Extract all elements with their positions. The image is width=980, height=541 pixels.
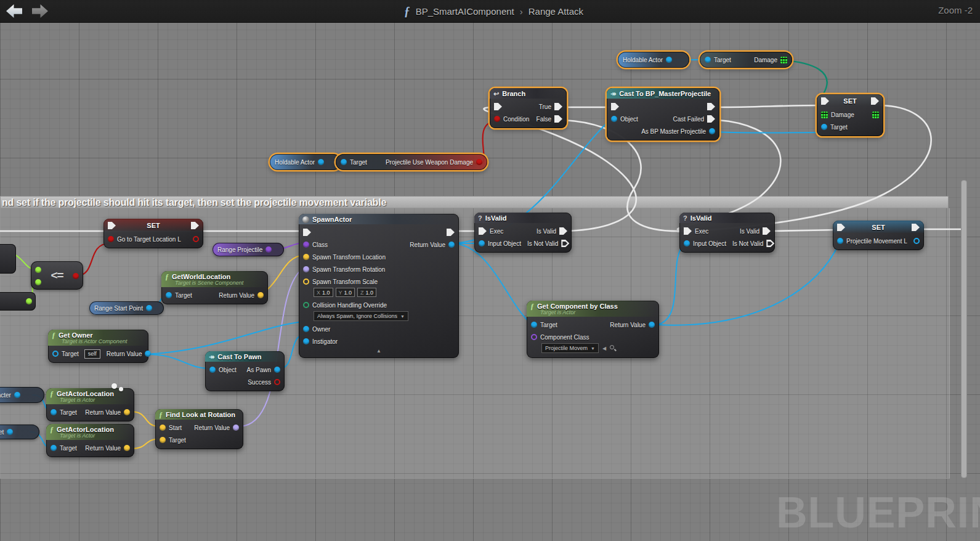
exec-pin[interactable] — [684, 227, 692, 235]
exec-pin[interactable] — [821, 97, 829, 105]
object-pin[interactable] — [913, 238, 920, 244]
vector-pin[interactable] — [124, 445, 130, 451]
object-pin[interactable] — [611, 116, 617, 122]
object-pin[interactable] — [479, 240, 485, 246]
class-pin[interactable] — [265, 246, 272, 253]
exec-pin[interactable] — [707, 103, 715, 110]
float-pin[interactable] — [35, 279, 41, 285]
component-class-dropdown[interactable]: Projectile Movem▼ — [541, 343, 599, 353]
object-pin[interactable] — [318, 159, 324, 165]
bool-pin[interactable] — [193, 236, 199, 242]
pill-projectile-use-weapon-damage[interactable]: TargetProjectile Use Weapon Damage — [336, 154, 487, 170]
set-damage[interactable]: SETDamageTarget — [817, 94, 883, 136]
getactorlocation-1[interactable]: ƒGetActorLocationTarget is ActorTargetRe… — [46, 388, 134, 421]
class-pin[interactable] — [303, 242, 309, 248]
vector-z-input[interactable]: Z1.0 — [357, 288, 376, 297]
vector-pin[interactable] — [160, 425, 166, 431]
vector-pin[interactable] — [303, 254, 309, 260]
bool-pin[interactable] — [274, 379, 280, 385]
exec-pin[interactable] — [707, 115, 715, 123]
cut-node-a[interactable] — [0, 244, 16, 274]
object-pin[interactable] — [837, 238, 843, 244]
rotator-pin[interactable] — [233, 425, 239, 431]
object-pin[interactable] — [51, 409, 57, 415]
exec-pin[interactable] — [191, 222, 199, 229]
exec-pin[interactable] — [303, 229, 311, 236]
class-pin[interactable] — [531, 334, 537, 340]
set-go-to-target-location[interactable]: SETGo to Target Location L — [103, 219, 203, 248]
cut-node-b[interactable]: ) — [0, 292, 36, 311]
spawnactor[interactable]: SpawnActorClassReturn ValueSpawn Transfo… — [299, 214, 459, 358]
collapse-arrow[interactable]: ▲ — [299, 348, 459, 355]
get-owner[interactable]: ƒGet OwnerTarget is Actor ComponentTarge… — [48, 330, 148, 363]
pill-range-start-point[interactable]: Range Start Point — [89, 301, 164, 315]
pill-holdable-actor-top[interactable]: Holdable Actor — [618, 52, 689, 68]
object-pin[interactable] — [146, 305, 152, 311]
pill-range-projectile[interactable]: Range Projectile — [213, 243, 284, 256]
object-pin[interactable] — [705, 57, 711, 63]
object-pin[interactable] — [7, 429, 13, 435]
pill-attack-target[interactable]: ck Target — [0, 425, 39, 439]
bool-pin[interactable] — [494, 116, 500, 122]
exec-pin[interactable] — [912, 224, 920, 231]
float-pin[interactable] — [26, 298, 32, 304]
bool-pin[interactable] — [476, 159, 482, 165]
exec-pin[interactable] — [554, 115, 562, 123]
bool-pin[interactable] — [108, 236, 114, 242]
self-input[interactable]: self — [84, 349, 100, 359]
exec-pin[interactable] — [479, 227, 487, 235]
exec-pin[interactable] — [554, 103, 562, 110]
cast-to-bp-masterprojectile[interactable]: ↠Cast To BP_MasterProjectileObjectCast F… — [607, 88, 719, 140]
pill-holdable-actor[interactable]: Holdable Actor — [270, 154, 341, 170]
breadcrumb-parent[interactable]: BP_SmartAIComponent — [416, 6, 514, 17]
isvalid-1[interactable]: ?IsValidExecIs ValidInput ObjectIs Not V… — [474, 213, 572, 253]
cast-to-pawn[interactable]: ↠Cast To PawnObjectAs PawnSuccess — [205, 351, 285, 391]
object-pin[interactable] — [274, 367, 280, 373]
object-pin[interactable] — [649, 322, 655, 328]
object-pin[interactable] — [14, 392, 20, 398]
vector-pin[interactable] — [124, 409, 130, 415]
back-button[interactable] — [6, 4, 22, 18]
vector-pin[interactable] — [160, 437, 166, 443]
object-pin[interactable] — [52, 351, 59, 357]
getworldlocation[interactable]: ƒGetWorldLocationTarget is Scene Compone… — [161, 271, 268, 304]
collision-handling-dropdown[interactable]: Always Spawn, Ignore Collisions▼ — [314, 311, 408, 321]
vector-y-input[interactable]: Y1.0 — [336, 288, 355, 297]
pill-character[interactable]: Character — [0, 387, 44, 403]
exec-pin[interactable] — [871, 97, 879, 105]
float-pin[interactable] — [35, 267, 41, 273]
forward-button[interactable] — [32, 4, 48, 18]
exec-pin[interactable] — [837, 224, 845, 231]
exec-pin[interactable] — [108, 222, 116, 229]
vector-pin[interactable] — [303, 279, 309, 285]
get-component-by-class[interactable]: ƒGet Component by ClassTarget is ActorTa… — [527, 301, 659, 358]
pill-target-damage[interactable]: TargetDamage — [700, 52, 792, 68]
array-pin[interactable] — [821, 112, 828, 118]
object-pin[interactable] — [341, 159, 347, 165]
exec-pin[interactable] — [561, 240, 569, 247]
object-pin[interactable] — [531, 322, 537, 328]
object-pin[interactable] — [51, 445, 57, 451]
object-pin[interactable] — [684, 240, 690, 246]
object-pin[interactable] — [303, 338, 309, 344]
object-pin[interactable] — [821, 124, 827, 130]
array-pin[interactable] — [780, 57, 787, 63]
array-pin[interactable] — [872, 112, 879, 118]
isvalid-2[interactable]: ?IsValidExecIs ValidInput ObjectIs Not V… — [679, 213, 775, 253]
set-projectile-movement[interactable]: SETProjectile Movement L — [833, 221, 924, 250]
bool-pin[interactable] — [73, 273, 79, 279]
object-pin[interactable] — [209, 367, 216, 373]
exec-pin[interactable] — [763, 227, 771, 235]
object-pin[interactable] — [448, 242, 455, 248]
vector-x-input[interactable]: X1.0 — [314, 288, 333, 297]
exec-pin[interactable] — [766, 240, 774, 247]
exec-pin[interactable] — [447, 229, 455, 236]
object-pin[interactable] — [709, 128, 715, 134]
find-look-at-rotation[interactable]: ƒFind Look at RotationStartReturn ValueT… — [155, 409, 243, 449]
object-pin[interactable] — [666, 57, 672, 63]
branch[interactable]: ↩BranchTrueConditionFalse — [490, 88, 567, 128]
vertical-scrollbar[interactable] — [961, 180, 967, 478]
use-selected-icon[interactable]: ◀ — [602, 346, 606, 351]
vector-pin[interactable] — [257, 292, 264, 298]
struct-pin[interactable] — [303, 302, 309, 308]
